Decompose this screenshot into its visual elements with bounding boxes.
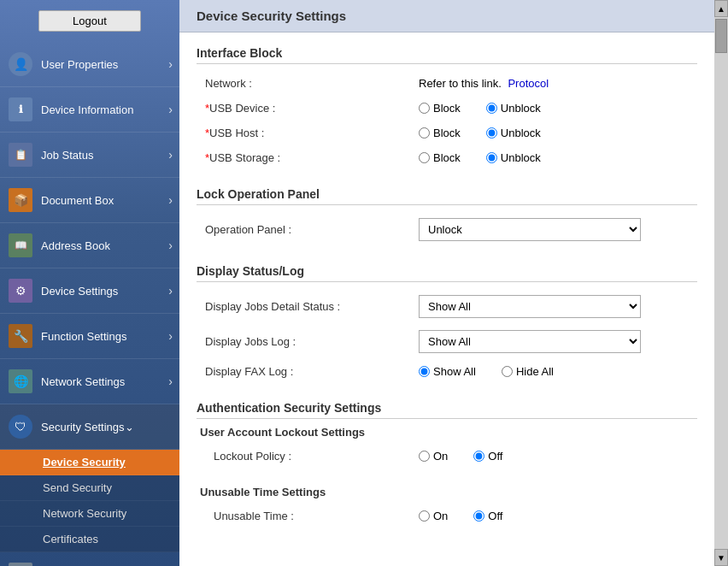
display-status-log-header: Display Status/Log [197,264,697,282]
lock-operation-panel-table: Operation Panel : Unlock Lock [197,212,697,247]
unusable-time-section: Unusable Time Settings Unusable Time : O… [197,486,697,528]
display-fax-log-options: Show All Hide All [410,359,697,384]
sidebar-item-network-security[interactable]: Network Security [0,501,179,527]
sidebar-item-job-status[interactable]: 📋 Job Status › [0,133,179,178]
usb-device-unblock-label[interactable]: Unblock [486,102,541,115]
protocol-link[interactable]: Protocol [508,77,549,90]
usb-device-radio-group: Block Unblock [419,102,689,115]
usb-storage-block-label[interactable]: Block [419,151,461,164]
sidebar-label-function-settings: Function Settings [41,330,168,343]
chevron-icon-device-settings: › [168,284,173,298]
usb-host-block-radio[interactable] [419,127,430,139]
usb-host-unblock-radio[interactable] [486,127,497,139]
main-content: Device Security Settings Interface Block… [179,0,714,566]
chevron-icon-job-status: › [168,148,173,162]
display-jobs-detail-select[interactable]: Show All Hide All My Jobs Only [419,295,641,318]
display-jobs-log-label: Display Jobs Log : [197,324,410,359]
display-fax-log-show-all-label[interactable]: Show All [419,365,476,378]
sidebar-item-function-settings[interactable]: 🔧 Function Settings › [0,314,179,359]
lockout-policy-on-radio[interactable] [419,451,430,462]
sidebar-item-management[interactable]: 🔑 Management › [0,552,179,566]
display-jobs-detail-label: Display Jobs Detail Status : [197,289,410,324]
lockout-settings-section: User Account Lockout Settings Lockout Po… [197,426,697,469]
chevron-icon-user-properties: › [168,57,173,71]
display-fax-log-hide-all-label[interactable]: Hide All [502,365,554,378]
lockout-policy-on-label[interactable]: On [419,450,448,463]
usb-device-unblock-radio[interactable] [486,103,497,114]
chevron-icon-document-box: › [168,193,173,207]
display-jobs-log-select[interactable]: Show All Hide All My Jobs Only [419,330,641,353]
lockout-policy-label: Lockout Policy : [197,444,410,469]
sidebar-item-certificates[interactable]: Certificates [0,527,179,552]
sidebar-item-document-box[interactable]: 📦 Document Box › [0,178,179,223]
logout-button[interactable]: Logout [38,10,141,32]
usb-host-label: *USB Host : [197,121,410,145]
display-fax-log-row: Display FAX Log : Show All Hide All [197,359,697,384]
lockout-policy-radio-group: On Off [419,450,689,463]
usb-storage-label: *USB Storage : [197,145,410,170]
usb-device-block-radio[interactable] [419,103,430,114]
function-settings-icon: 🔧 [7,322,34,350]
usb-device-row: *USB Device : Block Unblock [197,96,697,121]
sidebar-label-user-properties: User Properties [41,58,168,71]
operation-panel-select[interactable]: Unlock Lock [419,218,641,241]
chevron-icon-security-settings: ⌄ [125,421,134,433]
sidebar-item-send-security[interactable]: Send Security [0,475,179,501]
sidebar-item-network-settings[interactable]: 🌐 Network Settings › [0,359,179,404]
unusable-time-on-radio[interactable] [419,510,430,522]
scrollbar-up-arrow[interactable]: ▲ [714,0,728,17]
sidebar-item-address-book[interactable]: 📖 Address Book › [0,223,179,268]
chevron-icon-network-settings: › [168,374,173,388]
usb-device-block-label[interactable]: Block [419,102,461,115]
network-value: Refer to this link. Protocol [410,71,697,96]
display-status-log-table: Display Jobs Detail Status : Show All Hi… [197,289,697,384]
chevron-icon-address-book: › [168,239,173,252]
sidebar-item-security-settings[interactable]: 🛡 Security Settings ⌄ [0,404,179,450]
display-fax-log-radio-group: Show All Hide All [419,365,689,378]
operation-panel-label: Operation Panel : [197,212,410,247]
sidebar-logout-section: Logout [0,0,179,42]
sidebar-label-device-information: Device Information [41,103,168,116]
unusable-time-options: On Off [410,504,697,528]
network-label: Network : [197,71,410,96]
lockout-policy-off-radio[interactable] [473,451,484,462]
sidebar-item-device-settings[interactable]: ⚙ Device Settings › [0,268,179,314]
sidebar-item-device-information[interactable]: ℹ Device Information › [0,87,179,133]
scrollbar-down-arrow[interactable]: ▼ [714,549,728,566]
unusable-time-radio-group: On Off [419,510,689,522]
network-settings-icon: 🌐 [7,368,34,395]
unusable-time-title: Unusable Time Settings [197,486,697,498]
unusable-time-on-label[interactable]: On [419,510,448,522]
unusable-time-off-label[interactable]: Off [473,510,502,522]
security-sub-menu: Device Security Send Security Network Se… [0,450,179,552]
unusable-time-table: Unusable Time : On Off [197,504,697,528]
display-fax-log-show-all-radio[interactable] [419,366,430,377]
address-book-icon: 📖 [7,232,34,259]
device-settings-icon: ⚙ [7,277,34,304]
usb-storage-unblock-label[interactable]: Unblock [486,151,541,164]
chevron-icon-function-settings: › [168,329,173,343]
scrollbar-thumb[interactable] [715,19,727,53]
display-jobs-log-row: Display Jobs Log : Show All Hide All My … [197,324,697,359]
sidebar: Logout 👤 User Properties › ℹ Device Info… [0,0,179,566]
sidebar-item-device-security[interactable]: Device Security [0,450,179,475]
unusable-time-label: Unusable Time : [197,504,410,528]
lockout-policy-options: On Off [410,444,697,469]
usb-storage-unblock-radio[interactable] [486,152,497,163]
usb-host-unblock-label[interactable]: Unblock [486,127,541,139]
usb-storage-options: Block Unblock [410,145,697,170]
usb-host-block-label[interactable]: Block [419,127,461,139]
sidebar-label-address-book: Address Book [41,239,168,252]
usb-host-radio-group: Block Unblock [419,127,689,139]
lockout-policy-off-label[interactable]: Off [473,450,502,463]
operation-panel-row: Operation Panel : Unlock Lock [197,212,697,247]
usb-device-options: Block Unblock [410,96,697,121]
page-title: Device Security Settings [179,0,714,32]
sidebar-label-document-box: Document Box [41,194,168,207]
sidebar-item-user-properties[interactable]: 👤 User Properties › [0,42,179,87]
unusable-time-off-radio[interactable] [473,510,484,522]
security-settings-section: 🛡 Security Settings ⌄ Device Security Se… [0,404,179,552]
display-fax-log-hide-all-radio[interactable] [502,366,513,377]
display-jobs-detail-row: Display Jobs Detail Status : Show All Hi… [197,289,697,324]
usb-storage-block-radio[interactable] [419,152,430,163]
